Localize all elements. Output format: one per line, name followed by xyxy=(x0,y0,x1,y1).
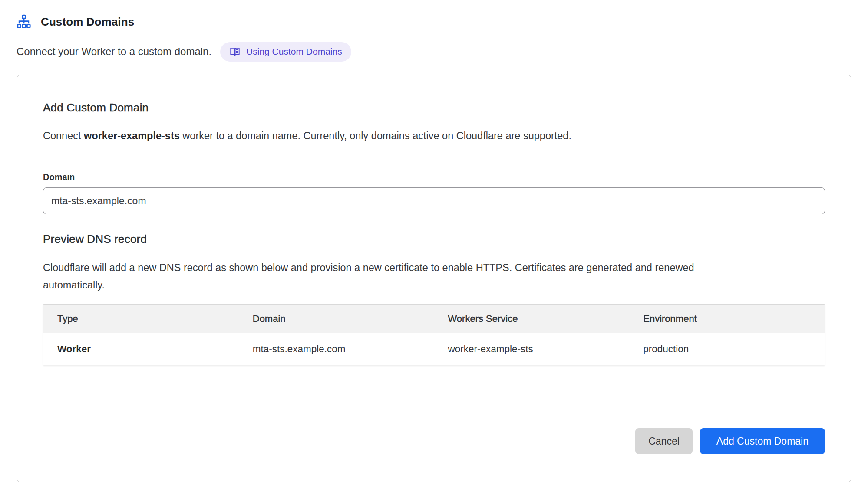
page-subtitle: Connect your Worker to a custom domain. xyxy=(17,46,211,58)
card-footer: Cancel Add Custom Domain xyxy=(43,428,825,454)
cell-environment: production xyxy=(629,333,825,365)
sitemap-icon xyxy=(17,14,31,29)
preview-dns-description: Cloudflare will add a new DNS record as … xyxy=(43,259,699,294)
docs-link-label: Using Custom Domains xyxy=(246,46,342,57)
domain-label: Domain xyxy=(43,172,825,182)
intro-suffix: worker to a domain name. Currently, only… xyxy=(180,130,571,141)
page-header: Custom Domains xyxy=(17,13,851,30)
page-title: Custom Domains xyxy=(41,15,134,29)
open-book-icon xyxy=(229,46,241,57)
card-heading: Add Custom Domain xyxy=(43,101,825,115)
page-subtitle-row: Connect your Worker to a custom domain. … xyxy=(17,42,851,62)
table-row: Worker mta-sts.example.com worker-exampl… xyxy=(43,333,825,365)
domain-input[interactable] xyxy=(43,187,825,214)
column-header-environment: Environment xyxy=(629,305,825,333)
add-custom-domain-card: Add Custom Domain Connect worker-example… xyxy=(17,75,851,482)
add-custom-domain-button[interactable]: Add Custom Domain xyxy=(700,428,825,454)
docs-link-badge[interactable]: Using Custom Domains xyxy=(220,42,351,62)
cancel-button[interactable]: Cancel xyxy=(635,428,693,454)
column-header-workers-service: Workers Service xyxy=(434,305,630,333)
column-header-domain: Domain xyxy=(239,305,434,333)
column-header-type: Type xyxy=(43,305,239,333)
cell-type: Worker xyxy=(43,333,239,365)
preview-dns-heading: Preview DNS record xyxy=(43,233,825,246)
custom-domains-page: Custom Domains Connect your Worker to a … xyxy=(0,0,868,482)
card-intro-text: Connect worker-example-sts worker to a d… xyxy=(43,130,825,142)
cell-domain: mta-sts.example.com xyxy=(239,333,434,365)
cell-workers-service: worker-example-sts xyxy=(434,333,630,365)
intro-prefix: Connect xyxy=(43,130,84,141)
dns-preview-table: Type Domain Workers Service Environment … xyxy=(43,304,825,365)
table-header-row: Type Domain Workers Service Environment xyxy=(43,305,825,333)
footer-divider xyxy=(43,414,825,414)
worker-name: worker-example-sts xyxy=(84,130,180,141)
